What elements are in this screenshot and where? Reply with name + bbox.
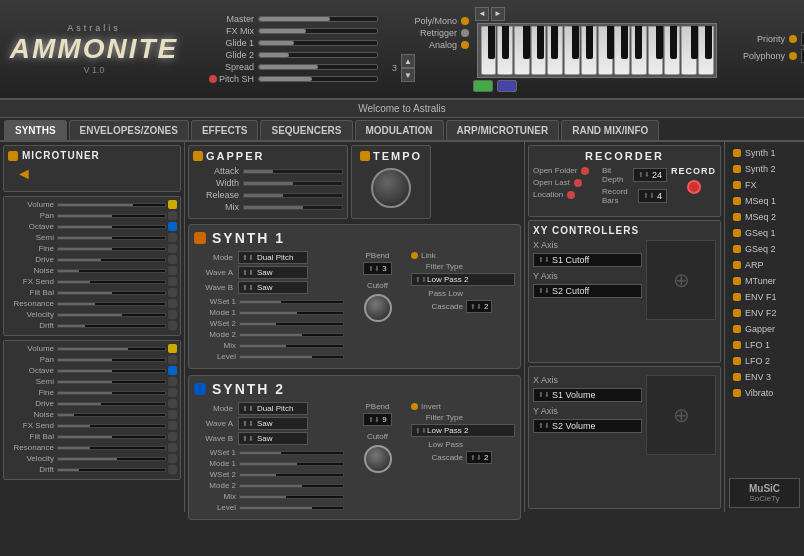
record-indicator[interactable] (687, 180, 701, 194)
xy-display-1[interactable]: ⊕ (646, 240, 716, 320)
octave2-slider[interactable] (57, 369, 166, 373)
s2-pbend-val[interactable]: ⬆⬇ 9 (363, 413, 391, 426)
s1-cutoff-knob[interactable] (364, 294, 392, 322)
velocity2-slider[interactable] (57, 457, 166, 461)
s2-mode-select[interactable]: ⬆⬇Dual Pitch (238, 402, 308, 415)
sidebar-item-envf1[interactable]: ENV F1 (729, 290, 800, 304)
analog-dot[interactable] (461, 41, 469, 49)
drive2-slider[interactable] (57, 402, 166, 406)
tempo-knob[interactable] (371, 168, 411, 208)
s2-mode2-slider[interactable] (239, 484, 344, 488)
sidebar-item-lfo1[interactable]: LFO 1 (729, 338, 800, 352)
tab-envelopes[interactable]: ENVELOPES/ZONES (69, 120, 189, 140)
s2-wset1-slider[interactable] (239, 451, 344, 455)
s1-mode-select[interactable]: ⬆⬇Dual Pitch (238, 251, 308, 264)
drive-slider[interactable] (57, 258, 166, 262)
s1-filtertype-select[interactable]: ⬆⬇ Low Pass 2 (411, 273, 515, 286)
resonance-slider[interactable] (57, 302, 166, 306)
fine-slider[interactable] (57, 247, 166, 251)
sidebar-item-synth2[interactable]: Synth 2 (729, 162, 800, 176)
s2-cutoff-knob[interactable] (364, 445, 392, 473)
s2-filtertype-select[interactable]: ⬆⬇ Low Pass 2 (411, 424, 515, 437)
s2-wavea-select[interactable]: ⬆⬇Saw (238, 417, 308, 430)
glide2-slider[interactable] (258, 52, 378, 58)
fine2-slider[interactable] (57, 391, 166, 395)
fxmix-slider[interactable] (258, 28, 378, 34)
s1-mix-slider[interactable] (239, 344, 344, 348)
drift2-slider[interactable] (57, 468, 166, 472)
tab-modulation[interactable]: MODULATION (355, 120, 444, 140)
tab-rand[interactable]: RAND MIX/INFO (561, 120, 659, 140)
s1-mode1-slider[interactable] (239, 311, 344, 315)
sidebar-item-arp[interactable]: ARP (729, 258, 800, 272)
s2-waveb-select[interactable]: ⬆⬇Saw (238, 432, 308, 445)
pitchsh-slider[interactable] (258, 76, 378, 82)
vol2-slider[interactable] (57, 347, 166, 351)
semi-slider[interactable] (57, 236, 166, 240)
octave-slider[interactable] (57, 225, 166, 229)
sidebar-item-gseq2[interactable]: GSeq 2 (729, 242, 800, 256)
sidebar-item-vibrato[interactable]: Vibrato (729, 386, 800, 400)
sidebar-item-mseq1[interactable]: MSeq 1 (729, 194, 800, 208)
location-dot[interactable] (567, 191, 575, 199)
velocity-slider[interactable] (57, 313, 166, 317)
sidebar-item-synth1[interactable]: Synth 1 (729, 146, 800, 160)
sidebar-item-fx[interactable]: FX (729, 178, 800, 192)
sidebar-item-gseq1[interactable]: GSeq 1 (729, 226, 800, 240)
pan-slider[interactable] (57, 214, 166, 218)
s1-wset1-slider[interactable] (239, 300, 344, 304)
s1-level-slider[interactable] (239, 355, 344, 359)
s1-wset2-slider[interactable] (239, 322, 344, 326)
s1-cascade-val[interactable]: ⬆⬇ 2 (466, 300, 492, 313)
s1-waveb-select[interactable]: ⬆⬇Saw (238, 281, 308, 294)
width-slider[interactable] (243, 181, 343, 186)
kb-scroll[interactable]: ▲ ▼ (401, 54, 415, 82)
filtbal-slider[interactable] (57, 291, 166, 295)
vol-slider[interactable] (57, 203, 166, 207)
release-slider[interactable] (243, 193, 343, 198)
sidebar-item-envf2[interactable]: ENV F2 (729, 306, 800, 320)
poly-mono-dot[interactable] (461, 17, 469, 25)
s2-wset2-slider[interactable] (239, 473, 344, 477)
x-axis-val-2[interactable]: ⬆⬇ S1 Volume (533, 388, 642, 402)
y-axis-val-2[interactable]: ⬆⬇ S2 Volume (533, 419, 642, 433)
mix-slider[interactable] (243, 205, 343, 210)
sidebar-item-mseq2[interactable]: MSeq 2 (729, 210, 800, 224)
drift-slider[interactable] (57, 324, 166, 328)
attack-slider[interactable] (243, 169, 343, 174)
tab-synths[interactable]: SYNTHS (4, 120, 67, 140)
y-axis-val-1[interactable]: ⬆⬇ S2 Cutoff (533, 284, 642, 298)
keyboard[interactable] (477, 23, 717, 78)
tab-arp[interactable]: ARP/MICROTUNER (446, 120, 560, 140)
sidebar-item-mtuner[interactable]: MTuner (729, 274, 800, 288)
semi2-slider[interactable] (57, 380, 166, 384)
fxsend2-slider[interactable] (57, 424, 166, 428)
retrigger-dot[interactable] (461, 29, 469, 37)
filtbal2-slider[interactable] (57, 435, 166, 439)
xy-display-2[interactable]: ⊕ (646, 375, 716, 455)
tab-effects[interactable]: EFFECTS (191, 120, 259, 140)
noise2-slider[interactable] (57, 413, 166, 417)
open-last-dot[interactable] (574, 179, 582, 187)
s1-pbend-val[interactable]: ⬆⬇ 3 (363, 262, 391, 275)
spread-slider[interactable] (258, 64, 378, 70)
s2-level-slider[interactable] (239, 506, 344, 510)
s2-mix-slider[interactable] (239, 495, 344, 499)
noise-slider[interactable] (57, 269, 166, 273)
glide1-slider[interactable] (258, 40, 378, 46)
s2-cascade-val[interactable]: ⬆⬇ 2 (466, 451, 492, 464)
fxsend-slider[interactable] (57, 280, 166, 284)
tab-sequencers[interactable]: SEQUENCERS (260, 120, 352, 140)
resonance2-slider[interactable] (57, 446, 166, 450)
s2-mode1-slider[interactable] (239, 462, 344, 466)
pan2-slider[interactable] (57, 358, 166, 362)
s1-wavea-select[interactable]: ⬆⬇Saw (238, 266, 308, 279)
kb-up-down[interactable]: ◄ ► (475, 7, 719, 21)
master-slider[interactable] (258, 16, 378, 22)
x-axis-val-1[interactable]: ⬆⬇ S1 Cutoff (533, 253, 642, 267)
sidebar-item-lfo2[interactable]: LFO 2 (729, 354, 800, 368)
open-folder-dot[interactable] (581, 167, 589, 175)
record-button[interactable]: RECORD (671, 166, 716, 176)
sidebar-item-env3[interactable]: ENV 3 (729, 370, 800, 384)
sidebar-item-gapper[interactable]: Gapper (729, 322, 800, 336)
